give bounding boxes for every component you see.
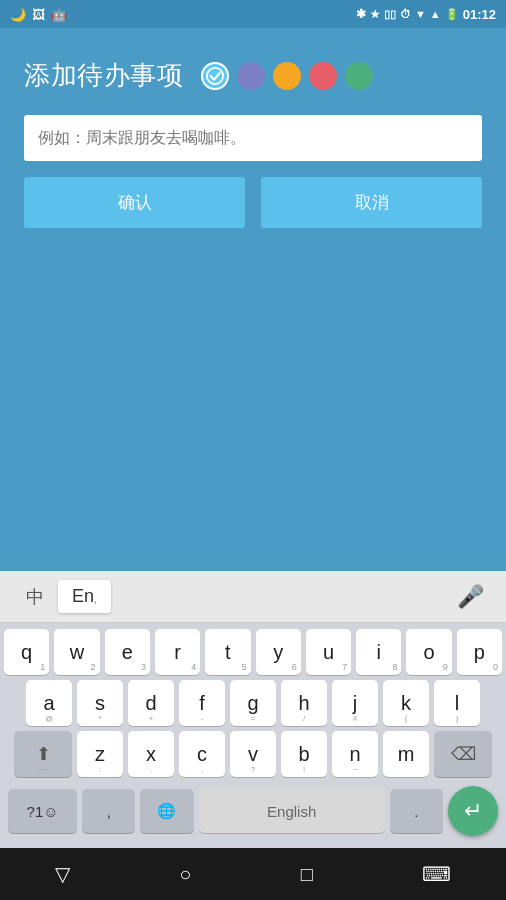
nav-bar: ▽ ○ □ ⌨: [0, 848, 506, 900]
keyboard-keys: q1 w2 e3 r4 t5 y6 u7 i8 o9 p0 a@ s* d+ f…: [0, 623, 506, 848]
confirm-button[interactable]: 确认: [24, 177, 245, 228]
key-y[interactable]: y6: [256, 629, 301, 675]
home-nav-icon[interactable]: ○: [179, 863, 191, 886]
dialog-title: 添加待办事项: [24, 58, 183, 93]
key-row-3: ⬆ — z: x. c, v? b! n~ m ⌫: [4, 731, 502, 777]
key-s[interactable]: s*: [77, 680, 123, 726]
color-dot-green[interactable]: [345, 62, 373, 90]
lang-english-button[interactable]: Enˌ: [58, 580, 111, 613]
key-w[interactable]: w2: [54, 629, 99, 675]
wifi-icon: ▼: [415, 8, 426, 20]
key-t[interactable]: t5: [205, 629, 250, 675]
vibrate-icon: ▯▯: [384, 8, 396, 21]
key-a[interactable]: a@: [26, 680, 72, 726]
status-right: ✱ ★ ▯▯ ⏱ ▼ ▲ 🔋 01:12: [356, 7, 496, 22]
key-u[interactable]: u7: [306, 629, 351, 675]
recent-nav-icon[interactable]: □: [301, 863, 313, 886]
app-content: 添加待办事项 确认 取消: [0, 28, 506, 571]
status-icons-left: 🌙 🖼 🤖: [10, 7, 67, 22]
key-row-2: a@ s* d+ f- g= h/ j# k( l): [4, 680, 502, 726]
enter-key[interactable]: ↵: [448, 786, 498, 836]
time-display: 01:12: [463, 7, 496, 22]
key-q[interactable]: q1: [4, 629, 49, 675]
star-icon: ★: [370, 8, 380, 21]
key-j[interactable]: j#: [332, 680, 378, 726]
color-dots: [201, 62, 373, 90]
key-f[interactable]: f-: [179, 680, 225, 726]
key-g[interactable]: g=: [230, 680, 276, 726]
key-k[interactable]: k(: [383, 680, 429, 726]
back-nav-icon[interactable]: ▽: [55, 862, 70, 886]
key-i[interactable]: i8: [356, 629, 401, 675]
key-row-1: q1 w2 e3 r4 t5 y6 u7 i8 o9 p0: [4, 629, 502, 675]
symbols-key[interactable]: ?1☺: [8, 789, 77, 833]
key-o[interactable]: o9: [406, 629, 451, 675]
svg-point-0: [207, 67, 223, 83]
key-m[interactable]: m: [383, 731, 429, 777]
color-dot-yellow[interactable]: [273, 62, 301, 90]
key-z[interactable]: z:: [77, 731, 123, 777]
color-dot-blue[interactable]: [237, 62, 265, 90]
key-n[interactable]: n~: [332, 731, 378, 777]
signal-icon: ▲: [430, 8, 441, 20]
buttons-row: 确认 取消: [24, 177, 482, 228]
key-b[interactable]: b!: [281, 731, 327, 777]
keyboard-area: 中 Enˌ 🎤 q1 w2 e3 r4 t5 y6 u7 i8 o9 p0 a@…: [0, 571, 506, 848]
mic-button[interactable]: 🎤: [447, 578, 494, 616]
moon-icon: 🌙: [10, 7, 26, 22]
globe-icon: 🌐: [157, 802, 176, 820]
key-c[interactable]: c,: [179, 731, 225, 777]
color-dot-red[interactable]: [309, 62, 337, 90]
status-bar: 🌙 🖼 🤖 ✱ ★ ▯▯ ⏱ ▼ ▲ 🔋 01:12: [0, 0, 506, 28]
bluetooth-icon: ✱: [356, 7, 366, 21]
lang-chinese-button[interactable]: 中: [12, 579, 58, 615]
globe-key[interactable]: 🌐: [140, 789, 193, 833]
key-l[interactable]: l): [434, 680, 480, 726]
shift-key[interactable]: ⬆ —: [14, 731, 72, 777]
period-key[interactable]: .: [390, 789, 443, 833]
key-h[interactable]: h/: [281, 680, 327, 726]
key-e[interactable]: e3: [105, 629, 150, 675]
key-v[interactable]: v?: [230, 731, 276, 777]
keyboard-nav-icon[interactable]: ⌨: [422, 862, 451, 886]
alarm-icon: ⏱: [400, 8, 411, 20]
android-icon: 🤖: [51, 7, 67, 22]
key-x[interactable]: x.: [128, 731, 174, 777]
todo-input[interactable]: [24, 115, 482, 161]
keyboard-topbar: 中 Enˌ 🎤: [0, 571, 506, 623]
kb-bottom-row: ?1☺ , 🌐 English . ↵: [4, 782, 502, 844]
cancel-button[interactable]: 取消: [261, 177, 482, 228]
battery-icon: 🔋: [445, 8, 459, 21]
image-icon: 🖼: [32, 7, 45, 22]
key-d[interactable]: d+: [128, 680, 174, 726]
title-row: 添加待办事项: [24, 58, 482, 93]
backspace-key[interactable]: ⌫: [434, 731, 492, 777]
space-key[interactable]: English: [199, 789, 385, 833]
key-r[interactable]: r4: [155, 629, 200, 675]
color-dot-checked[interactable]: [201, 62, 229, 90]
comma-key[interactable]: ,: [82, 789, 135, 833]
enter-icon: ↵: [464, 798, 482, 824]
key-p[interactable]: p0: [457, 629, 502, 675]
